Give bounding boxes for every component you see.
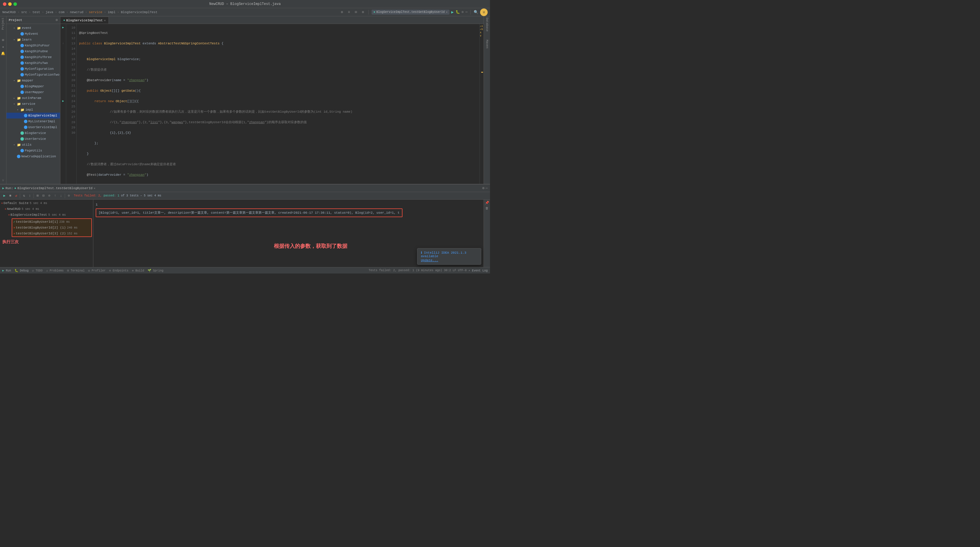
pin-icon[interactable]: 📌 <box>485 201 489 205</box>
problems-status[interactable]: ⚠ Problems <box>46 269 64 272</box>
sidebar-item-learn[interactable]: ▾ 📁 learn <box>6 37 60 43</box>
sidebar-item-kangshifuone[interactable]: KangShiFuOne <box>6 48 60 54</box>
run-button[interactable]: ▶ <box>451 10 453 14</box>
code-editor[interactable]: ▶ ↓ ▶ <box>60 24 484 184</box>
sidebar-item-usermapper[interactable]: UserMapper <box>6 89 60 95</box>
trash-icon[interactable]: 🗑 <box>485 206 488 210</box>
lf-status[interactable]: LF <box>453 269 456 272</box>
sidebar-item-kangshifuthree[interactable]: KangShiFuThree <box>6 54 60 60</box>
more-run-button[interactable]: ⋯ <box>466 10 468 14</box>
position-status[interactable]: 30:2 <box>444 269 451 272</box>
event-log-link[interactable]: ⚡ Event Log <box>468 269 488 272</box>
collapse-icon[interactable]: ⊟ <box>41 193 46 198</box>
close-button[interactable] <box>3 2 6 6</box>
database-panel-toggle[interactable]: Database <box>485 18 488 32</box>
editor-scrollbar[interactable]: ⚠1 ✓6 ∧ ∨ <box>479 24 484 184</box>
sidebar-item-userservice[interactable]: UserService <box>6 136 60 142</box>
test-item-case1[interactable]: ✓ testGetBlogByUserId[1] 238 ms <box>12 219 91 225</box>
charset-status[interactable]: UTF-8 <box>458 269 467 272</box>
git-icon[interactable]: ⑂ <box>2 179 4 183</box>
sort2-icon[interactable]: ↕ <box>27 193 32 198</box>
todo-status[interactable]: ☑ TODO <box>32 269 43 272</box>
test-item-case3[interactable]: ✕ testGetBlogByUserId[3] (2) 152 ms <box>12 231 91 236</box>
test-item-blogserviceimpltest[interactable]: ✕ BlogServiceImplTest 5 sec 4 ms <box>0 212 93 218</box>
notification-update-link[interactable]: Update... <box>421 258 477 262</box>
project-panel-toggle[interactable]: Project <box>2 18 5 30</box>
expand-icon[interactable]: ⊞ <box>35 193 40 198</box>
tab-close-icon[interactable]: ✕ <box>104 19 106 22</box>
filter-icon[interactable]: ⊘ <box>47 193 52 198</box>
code-content[interactable]: @SpringBootTest public class BlogService… <box>77 24 479 184</box>
notification-title: ℹ IntelliJ IDEA 2021.1.3 available <box>421 251 477 258</box>
structure-icon[interactable]: ⊞ <box>2 38 4 42</box>
sidebar-item-kangshifufour[interactable]: KangShiFuFour <box>6 43 60 48</box>
sidebar-item-myconfiguration[interactable]: MyConfiguration <box>6 66 60 72</box>
import-icon[interactable]: ↑ <box>52 193 58 198</box>
fail-icon: ✕ <box>13 232 15 235</box>
run-status-left[interactable]: ▶ Run <box>2 269 11 272</box>
sidebar-item-outinparam[interactable]: ▸ 📁 outInParam <box>6 95 60 101</box>
run-settings-icon[interactable]: ⚙ <box>482 186 484 190</box>
run-tab[interactable]: ▶ Run: ● BlogServiceImplTest.testGetBlog… <box>2 186 95 190</box>
breadcrumb-com[interactable]: com <box>59 11 64 14</box>
history-icon[interactable]: ⊙ <box>66 193 72 198</box>
sidebar-item-pageutils[interactable]: PageUtils <box>6 148 60 153</box>
build-status[interactable]: ⚒ Build <box>132 269 144 272</box>
breadcrumb-service[interactable]: service <box>89 11 102 14</box>
breadcrumb-file[interactable]: BlogServiceImplTest <box>121 11 157 14</box>
coverage-button[interactable]: ⊙ <box>462 10 464 14</box>
sidebar-item-event[interactable]: ▾ 📁 event <box>6 25 60 31</box>
breadcrumb-newcrud2[interactable]: newcrud <box>70 11 83 14</box>
sidebar-item-mapper[interactable]: ▾ 📁 mapper <box>6 78 60 83</box>
export-icon[interactable]: ↓ <box>58 193 64 198</box>
test-item-case2[interactable]: ✕ testGetBlogByUserId[2] (1) 240 ms <box>12 225 91 231</box>
user-avatar[interactable]: U <box>480 8 488 16</box>
sidebar-item-mylistenerimpl[interactable]: MyListenerImpl <box>6 118 60 124</box>
sidebar-item-myconfigurationtwo[interactable]: MyConfigurationTwo <box>6 72 60 78</box>
test-item-default-suite[interactable]: ✕ Default Suite 5 sec 4 ms <box>0 200 93 206</box>
sidebar-item-blogmapper[interactable]: BlogMapper <box>6 83 60 89</box>
sidebar-item-blogservice[interactable]: BlogService <box>6 130 60 136</box>
breadcrumb-test[interactable]: test <box>32 11 40 14</box>
rerun-failed-button[interactable]: ↺ <box>13 193 19 198</box>
breadcrumb-java[interactable]: java <box>46 11 53 14</box>
align-icon[interactable]: ≡ <box>346 10 352 15</box>
annotation-execute-times: 执行三次 <box>2 239 93 245</box>
terminal-status[interactable]: ⊟ Terminal <box>67 269 84 272</box>
sidebar-item-myevent[interactable]: MyEvent <box>6 31 60 37</box>
bookmarks-icon[interactable]: ★ <box>2 45 4 49</box>
sidebar-item-userserviceimpl[interactable]: UserServiceImpl <box>6 124 60 130</box>
maximize-button[interactable] <box>13 2 17 6</box>
run-close-icon[interactable]: — <box>485 186 488 190</box>
notifications-icon[interactable]: 🔔 <box>1 51 5 56</box>
gear-icon[interactable]: ⚙ <box>360 10 366 15</box>
settings-icon[interactable]: ⚙ <box>339 10 344 15</box>
sidebar-item-utils[interactable]: ▾ 📁 utils <box>6 142 60 148</box>
sidebar-item-kangshifutwo[interactable]: KangShiFuTwo <box>6 60 60 66</box>
run-tab-close-icon[interactable]: ✕ <box>94 187 95 190</box>
breadcrumb-src[interactable]: src <box>21 11 27 14</box>
rerun-button[interactable]: ▶ <box>2 193 7 198</box>
breadcrumb-newcrud[interactable]: NewCRUD <box>2 11 16 14</box>
breadcrumb-impl[interactable]: impl <box>108 11 115 14</box>
sidebar-item-blogserviceimpl[interactable]: BlogServiceImpl <box>6 113 60 118</box>
profiler-status[interactable]: ◎ Profiler <box>88 269 106 272</box>
sidebar-item-service[interactable]: ▾ 📁 service <box>6 101 60 107</box>
sidebar-settings-icon[interactable]: ⚙ <box>56 18 58 22</box>
search-icon[interactable]: 🔍 <box>474 10 478 14</box>
maven-panel-toggle[interactable]: Maven <box>485 40 488 48</box>
editor-tab-blogserviceimpltest[interactable]: ● BlogServiceImplTest ✕ <box>60 17 109 24</box>
indent-icon[interactable]: ⊟ <box>353 10 358 15</box>
minimize-button[interactable] <box>8 2 12 6</box>
debug-status[interactable]: 🐛 Debug <box>14 269 29 272</box>
debug-button[interactable]: 🐛 <box>456 10 460 14</box>
spring-status[interactable]: 🌱 Spring <box>148 269 163 272</box>
sidebar-item-impl[interactable]: ▾ 📁 impl <box>6 107 60 113</box>
sidebar-item-newcrudapp[interactable]: NewCrudApplication <box>6 153 60 159</box>
sort-icon[interactable]: ⇅ <box>21 193 27 198</box>
endpoints-status[interactable]: ⊙ Endpoints <box>109 269 128 272</box>
test-item-newcrud[interactable]: ✕ NewCRUD 5 sec 4 ms <box>0 206 93 212</box>
run-config-label: BlogServiceImplTest.testGetBlogByUserId <box>376 11 444 14</box>
run-config-dropdown[interactable]: ● BlogServiceImplTest.testGetBlogByUserI… <box>372 10 449 14</box>
stop-button[interactable]: ■ <box>8 193 13 198</box>
